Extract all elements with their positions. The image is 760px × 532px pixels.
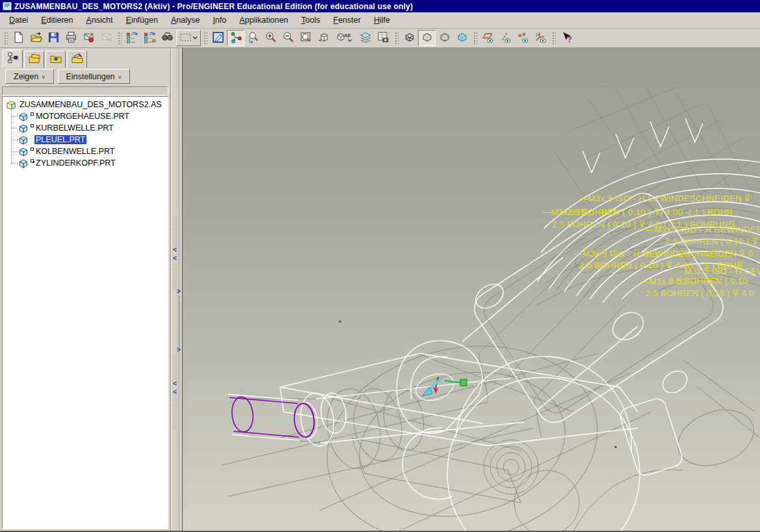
- saved-views-button[interactable]: AB: [332, 30, 357, 46]
- layers-button[interactable]: [357, 30, 374, 46]
- menu-info[interactable]: Info: [206, 14, 233, 27]
- reorient-button[interactable]: [315, 30, 332, 46]
- panel-splitter[interactable]: < < > > < <: [170, 48, 183, 531]
- graphics-viewport[interactable]: —M3x.5 ISO - H GEWINDESCHNEIDEN ⊽—M3x.5 …: [183, 48, 760, 531]
- toolbar-grip[interactable]: [3, 31, 8, 45]
- feature-status-icon: [31, 112, 34, 116]
- tree-item-label: ZYLINDERKOPF.PRT: [34, 158, 117, 168]
- hole-note-annotation[interactable]: M3x.5 ISO - H GEW: [685, 266, 760, 276]
- menu-hilfe[interactable]: Hilfe: [367, 14, 397, 27]
- folder-browser-tab[interactable]: [24, 51, 44, 68]
- datum-axes-button[interactable]: [497, 30, 514, 46]
- regenerate-custom-button[interactable]: [141, 30, 159, 46]
- splitter-grip[interactable]: [173, 398, 177, 430]
- context-help-button[interactable]: ?: [558, 30, 575, 46]
- repaint-icon: [212, 31, 224, 45]
- menu-analyse[interactable]: Analyse: [164, 14, 206, 27]
- splitter-grip[interactable]: [173, 216, 177, 248]
- zoom-in-button[interactable]: [262, 30, 280, 46]
- show-menu-button[interactable]: Zeigen˅: [5, 69, 54, 84]
- search-icon: [161, 31, 174, 45]
- model-tree-tab[interactable]: [3, 49, 23, 68]
- pan-zoom-button[interactable]: [244, 30, 262, 46]
- spin-center-button[interactable]: [227, 30, 244, 46]
- tree-root-assembly[interactable]: ZUSAMMENBAU_DES_MOTORS2.AS: [3, 99, 168, 110]
- menu-datei[interactable]: Datei: [3, 14, 34, 27]
- datum-csys-button[interactable]: [532, 30, 549, 46]
- hole-note-annotation[interactable]: 2.5 BOHREN ( 0.10 ) ⊽| 4.00 -( 1 ) BOHR: [567, 207, 733, 217]
- menu-editieren[interactable]: Editieren: [34, 14, 79, 27]
- repaint-button[interactable]: [209, 30, 227, 46]
- selected-part-pleuel[interactable]: [228, 394, 319, 440]
- tree-item-motorgehaeuse-prt[interactable]: MOTORGEHAEUSE.PRT: [3, 110, 168, 122]
- print-button[interactable]: [62, 30, 80, 46]
- send-model-button[interactable]: [80, 30, 98, 46]
- menu-ansicht[interactable]: Ansicht: [80, 14, 120, 27]
- toolbar-grip[interactable]: [551, 31, 556, 45]
- svg-text:AB: AB: [344, 32, 350, 38]
- refit-button[interactable]: [297, 30, 315, 46]
- toolbar-grip[interactable]: [473, 31, 477, 45]
- toolbar-grip[interactable]: [394, 31, 399, 45]
- hole-note-annotation[interactable]: —M3x.5 ISO - H GEWINDES: [646, 225, 760, 234]
- model-tree-panel: ✱ Zeigen˅ Einstellungen˅ ZUSAMMENBAU_DES…: [0, 48, 170, 531]
- chevron-left-icon[interactable]: <: [173, 389, 177, 396]
- chevron-right-icon[interactable]: >: [177, 347, 181, 353]
- datum-planes-button[interactable]: [479, 30, 497, 46]
- tree-item-label: KURBELWELLE.PRT: [34, 123, 115, 133]
- app-icon: [3, 2, 12, 10]
- menu-fenster[interactable]: Fenster: [327, 14, 367, 27]
- hole-note-annotation[interactable]: 2.5 BOHREN ( 0.10: [669, 276, 748, 286]
- wireframe-button[interactable]: [400, 30, 418, 46]
- hole-note-annotation[interactable]: 2.5 BOHREN ( 0.10 ) ⊽ 4.0: [646, 288, 754, 298]
- regenerate-button[interactable]: [124, 30, 141, 46]
- tree-item-kurbelwelle-prt[interactable]: KURBELWELLE.PRT: [3, 122, 168, 134]
- assembly-icon: [6, 100, 16, 110]
- view-manager-button[interactable]: [374, 30, 392, 46]
- shaded-icon: [456, 31, 468, 45]
- chevron-down-icon: ˅: [118, 74, 122, 81]
- open-file-button[interactable]: [27, 30, 45, 46]
- save-button[interactable]: [45, 30, 62, 46]
- constraint-handle-green: [460, 379, 467, 386]
- shaded-button[interactable]: [453, 30, 471, 46]
- feature-status-icon: [31, 159, 34, 162]
- favorites-tab[interactable]: ✱: [46, 51, 66, 68]
- wireframe-icon: [403, 31, 415, 45]
- new-file-button[interactable]: [10, 30, 27, 46]
- tree-item-pleuel-prt[interactable]: PLEUEL.PRT: [3, 134, 168, 146]
- send-link-button: [98, 30, 115, 46]
- tree-item-zylinderkopf-prt[interactable]: ZYLINDERKOPF.PRT: [3, 157, 168, 169]
- menu-tools[interactable]: Tools: [295, 14, 326, 27]
- chevron-left-icon[interactable]: <: [173, 381, 177, 387]
- toolbar-grip[interactable]: [117, 31, 122, 45]
- no-hidden-button[interactable]: [436, 30, 453, 46]
- chevron-right-icon[interactable]: >: [177, 288, 181, 295]
- datum-planes-icon: [482, 31, 494, 45]
- search-button[interactable]: [159, 30, 176, 46]
- datum-points-button[interactable]: [514, 30, 532, 46]
- new-file-icon: [12, 31, 25, 45]
- hidden-line-button[interactable]: [418, 30, 436, 46]
- window-title: ZUSAMMENBAU_DES_MOTORS2 (Aktiv) - Pro/EN…: [14, 2, 413, 11]
- splitter-grip[interactable]: [173, 355, 177, 379]
- settings-menu-button[interactable]: Einstellungen˅: [58, 69, 130, 84]
- menu-einfgen[interactable]: Einfügen: [120, 14, 164, 27]
- tree-item-kolbenwelle-prt[interactable]: KOLBENWELLE.PRT: [3, 146, 168, 157]
- chevron-left-icon[interactable]: <: [173, 247, 177, 253]
- zoom-out-button[interactable]: [280, 30, 297, 46]
- no-hidden-icon: [438, 31, 451, 45]
- hole-note-annotation[interactable]: —M3x.5 ISO - H GEWINDESCHNEIDEN ⊽ 0: [574, 249, 753, 259]
- toolbar-grip[interactable]: [203, 31, 207, 45]
- window-titlebar: ZUSAMMENBAU_DES_MOTORS2 (Aktiv) - Pro/EN…: [0, 0, 760, 12]
- selection-filter-button[interactable]: [176, 30, 201, 46]
- open-file-icon: [30, 31, 42, 45]
- chevron-left-icon[interactable]: <: [173, 255, 177, 262]
- tree-item-label: PLEUEL.PRT: [34, 135, 86, 144]
- send-model-icon: [83, 31, 95, 45]
- hole-note-annotation[interactable]: 2.5 BOHREN ( 0.10 ) ⊽ 4: [665, 236, 760, 246]
- hole-note-annotation[interactable]: —M3x.5 ISO - H GEWINDESCHNEIDEN ⊽: [579, 194, 751, 203]
- splitter-grip[interactable]: [173, 264, 177, 290]
- menu-applikationen[interactable]: Applikationen: [233, 14, 295, 27]
- utilities-tab[interactable]: [67, 51, 87, 68]
